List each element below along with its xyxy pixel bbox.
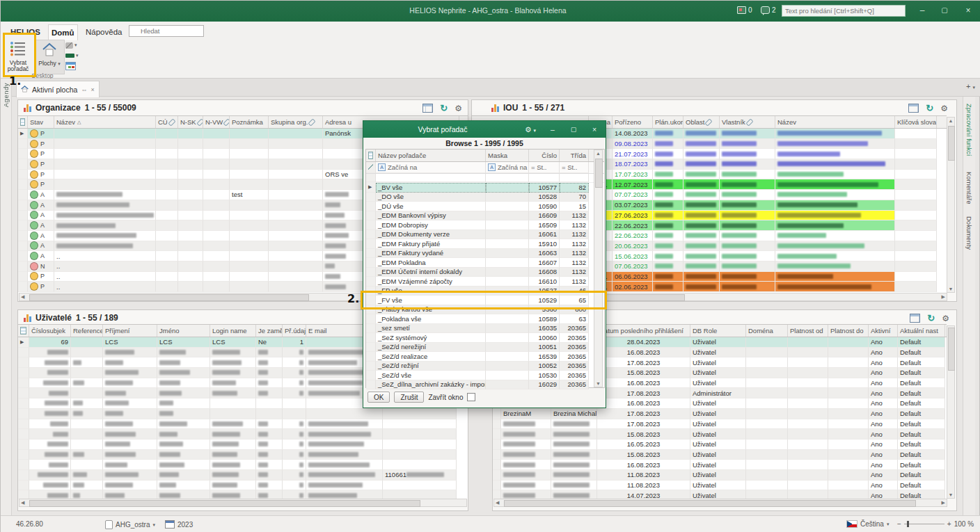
dialog-settings-gear-icon[interactable]: ⚙ ▾: [522, 121, 539, 138]
vertical-scrollbar[interactable]: ▲ ▼: [947, 117, 955, 293]
desktops-button[interactable]: Plochy ▾: [34, 40, 65, 74]
table-row[interactable]: _SeZ/d nerežijní1005120365: [366, 343, 604, 353]
dialog-maximize-button[interactable]: ▢: [565, 121, 582, 138]
table-row[interactable]: _EDM Dobropisy165091132: [366, 220, 604, 230]
dialog-minimize-button[interactable]: –: [544, 121, 561, 138]
vertical-scrollbar[interactable]: ▼: [947, 325, 955, 499]
grid-view-button[interactable]: [65, 61, 84, 71]
zoom-in-icon[interactable]: +: [947, 520, 951, 528]
grid-customize-icon[interactable]: [20, 327, 26, 334]
grid-settings-icon[interactable]: [910, 314, 920, 323]
ok-button[interactable]: OK: [368, 392, 390, 403]
table-row[interactable]: ▶_BV vše1057782: [366, 183, 604, 193]
table-row[interactable]: _Pokladna vše1058963: [366, 314, 604, 324]
table-row[interactable]: _EDM Faktury vydané160631132: [366, 249, 604, 259]
refresh-icon[interactable]: ↻: [440, 103, 448, 113]
table-row[interactable]: [18, 460, 468, 470]
add-tab-button[interactable]: + ▾: [966, 82, 975, 90]
dock-icon[interactable]: ⇔: [81, 86, 87, 93]
cancel-button[interactable]: Zrušit: [394, 392, 424, 403]
filter-row[interactable]: A Začíná naA Začíná na= St..= St..: [366, 162, 604, 174]
table-row[interactable]: 17.08.2023UživatelAnoDefault: [493, 419, 947, 430]
right-tab-komentare[interactable]: Komentáře: [965, 172, 973, 204]
row-marker: [18, 139, 28, 150]
message-indicator[interactable]: 2: [761, 6, 776, 14]
table-row[interactable]: _sez smetí1603520365: [366, 324, 604, 334]
tab-aktivni-plocha[interactable]: Aktivní plocha ⇔ ×: [16, 81, 100, 97]
refresh-icon[interactable]: ↻: [927, 313, 935, 323]
notification-indicator[interactable]: 0: [737, 6, 752, 14]
table-row[interactable]: BrezinaMBrezina Michal17.08.2023Uživatel…: [493, 409, 947, 419]
dialog-close-button[interactable]: ×: [586, 121, 603, 138]
table-row[interactable]: 16.05.2023UživatelAnoDefault: [493, 440, 947, 450]
gear-icon[interactable]: ⚙: [940, 104, 948, 113]
table-row[interactable]: _SeZ_dílna_archivní zakázky - impor...16…: [366, 380, 604, 390]
redacted-text: [53, 432, 68, 437]
table-row[interactable]: 15.08.2023UživatelAnoDefault: [493, 450, 947, 460]
table-row[interactable]: 16.08.2023UživatelAnoDefault: [493, 460, 947, 470]
grid-settings-icon[interactable]: [422, 104, 433, 113]
table-row[interactable]: _SeZ/d realizace1653920365: [366, 352, 604, 362]
disconnect-button[interactable]: ▾: [65, 40, 84, 50]
table-row[interactable]: _SeZ/d vše1053020365: [366, 371, 604, 380]
cell: Default: [898, 409, 945, 419]
zoom-slider[interactable]: [904, 524, 945, 524]
tab-napoveda[interactable]: Nápověda: [83, 24, 125, 40]
table-row[interactable]: _EDM Dokumenty verze160611132: [366, 230, 604, 240]
table-row[interactable]: _EDM Vzájemné zápočty166101132: [366, 277, 604, 287]
table-row[interactable]: 15.08.2023UživatelAnoDefault: [493, 429, 947, 440]
gear-icon[interactable]: ⚙: [455, 104, 462, 113]
cell: [178, 241, 203, 252]
close-window-checkbox[interactable]: [467, 393, 475, 401]
close-button[interactable]: ×: [958, 3, 978, 18]
zoom-control[interactable]: − + 100 %: [897, 520, 974, 528]
filter-type-icon[interactable]: A: [378, 163, 386, 171]
right-tab-dokumenty[interactable]: Dokumenty: [965, 216, 973, 250]
dialog-vertical-scrollbar[interactable]: ▲ ▼: [594, 150, 603, 387]
minimize-button[interactable]: –: [912, 3, 932, 18]
ribbon-search-input[interactable]: [129, 25, 204, 37]
table-row[interactable]: _EDM Účetní interní dokaldy166081132: [366, 268, 604, 277]
maximize-button[interactable]: ▢: [935, 3, 954, 18]
table-row[interactable]: _SeZ/d režijní1005220365: [366, 362, 604, 371]
dialog-title-bar[interactable]: Vybrat pořadač ⚙ ▾ – ▢ ×: [363, 121, 606, 138]
table-row[interactable]: _SeZ systémový1006020365: [366, 333, 604, 343]
zoom-out-icon[interactable]: −: [897, 520, 901, 528]
color-bar-button[interactable]: ▾: [65, 51, 84, 61]
cell: 16608: [529, 268, 560, 277]
table-row[interactable]: 11.08.2023UživatelAnoDefault: [493, 481, 947, 491]
database-selector[interactable]: AHG_ostra ▾: [105, 520, 155, 529]
table-row[interactable]: 11.08.2023UživatelAnoDefault: [493, 470, 947, 481]
table-row[interactable]: 110661: [18, 470, 468, 481]
filter-type-icon[interactable]: A: [488, 163, 496, 171]
right-tab-zpracovani-funkci[interactable]: Zpracování funkcí: [965, 104, 973, 156]
refresh-icon[interactable]: ↻: [926, 103, 933, 113]
filter-edit-icon[interactable]: [368, 164, 373, 170]
horizontal-scrollbar[interactable]: ◀: [19, 499, 467, 507]
grid-customize-icon[interactable]: [20, 118, 25, 126]
table-row[interactable]: [18, 409, 468, 419]
table-row[interactable]: _EDM Pokladna166071132: [366, 258, 604, 268]
table-row[interactable]: [18, 429, 468, 440]
cell: LCS: [210, 337, 256, 348]
table-row[interactable]: [18, 481, 468, 491]
horizontal-scrollbar[interactable]: ◀ ▶: [493, 499, 947, 507]
gear-icon[interactable]: ⚙: [942, 314, 949, 323]
global-search-input[interactable]: [782, 5, 906, 17]
cell: [788, 450, 828, 460]
close-tab-icon[interactable]: ×: [90, 86, 94, 93]
table-row[interactable]: [18, 419, 468, 430]
table-row[interactable]: _EDM Bankovní výpisy166091132: [366, 211, 604, 221]
table-row[interactable]: _EDM Faktury přijaté159101132: [366, 239, 604, 249]
grid-header-row[interactable]: Název pořadačeMaskaČísloTřída: [366, 150, 604, 162]
grid-settings-icon[interactable]: [908, 104, 919, 113]
table-row[interactable]: _DO vše1052870: [366, 193, 604, 202]
grid-customize-icon[interactable]: [368, 152, 373, 159]
table-row[interactable]: [18, 440, 468, 450]
table-row[interactable]: [18, 450, 468, 460]
row-marker: [18, 190, 28, 200]
period-selector[interactable]: 2023: [165, 520, 193, 529]
language-selector[interactable]: Čeština ▾: [846, 520, 889, 528]
table-row[interactable]: _DÚ vše1059015: [366, 202, 604, 211]
tab-domu[interactable]: Domů: [48, 24, 78, 40]
